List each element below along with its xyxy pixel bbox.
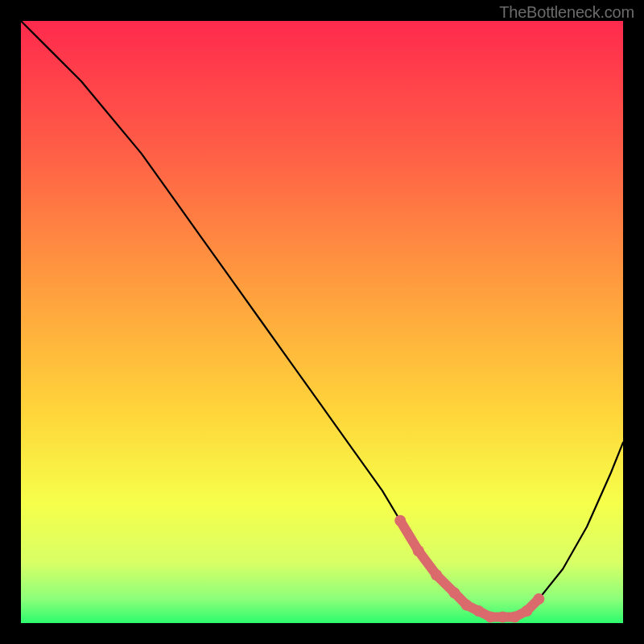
optimal-point bbox=[461, 600, 473, 611]
optimal-point bbox=[449, 588, 460, 599]
optimal-point bbox=[431, 569, 442, 580]
chart-svg bbox=[0, 0, 644, 644]
optimal-point bbox=[413, 545, 424, 556]
optimal-point bbox=[473, 605, 485, 617]
optimal-point bbox=[509, 612, 520, 623]
chart-stage: TheBottleneck.com bbox=[0, 0, 644, 644]
optimal-point bbox=[521, 605, 532, 617]
optimal-point bbox=[485, 612, 496, 623]
optimal-point bbox=[497, 612, 508, 623]
optimal-point bbox=[394, 515, 406, 526]
plot-background bbox=[21, 21, 623, 623]
optimal-point bbox=[533, 593, 544, 605]
watermark-text: TheBottleneck.com bbox=[499, 3, 634, 22]
